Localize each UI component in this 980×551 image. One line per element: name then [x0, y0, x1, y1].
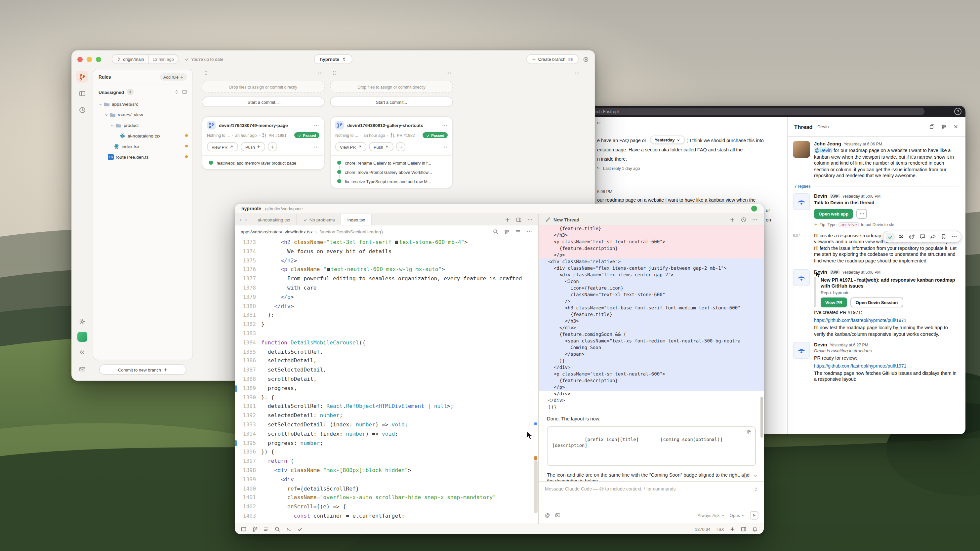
expand-composer-icon[interactable]: [753, 487, 759, 492]
lane-menu-icon[interactable]: [317, 70, 323, 76]
tree-file[interactable]: ai-notetaking.tsx: [93, 130, 192, 141]
commit-row[interactable]: feat(web): add memory layer product page: [202, 158, 324, 167]
view-pr-button[interactable]: View PR: [335, 142, 366, 151]
editor-menu-icon[interactable]: [527, 229, 532, 235]
search-icon[interactable]: [493, 229, 499, 235]
attach-image-icon[interactable]: [554, 512, 560, 518]
start-commit-button[interactable]: Start a commit...: [202, 97, 325, 107]
view-pr-button[interactable]: View PR: [821, 298, 847, 308]
date-divider-pill[interactable]: Yesterday: [650, 135, 685, 144]
new-thread-icon[interactable]: [729, 216, 735, 222]
branch-menu-icon[interactable]: [442, 122, 448, 128]
cursor-position[interactable]: 1370:34: [695, 527, 711, 532]
avatar[interactable]: [793, 342, 810, 359]
commit-to-new-branch-button[interactable]: Commit to new branch: [99, 364, 186, 375]
timestamp[interactable]: Yesterday at 6:27 PM: [830, 343, 868, 347]
reply-thread-button[interactable]: [918, 232, 926, 241]
slack-search[interactable]: [590, 108, 924, 115]
assistant-sparkle-icon[interactable]: [729, 526, 735, 532]
minimize-window-button[interactable]: [87, 57, 92, 62]
more-actions-button[interactable]: [950, 232, 958, 241]
add-rule-button[interactable]: Add rule: [160, 73, 187, 81]
feedback-mail-icon[interactable]: [76, 363, 88, 375]
share-button[interactable]: [928, 232, 937, 241]
layout-icon[interactable]: [182, 89, 187, 95]
tree-folder[interactable]: apps/web/src: [93, 98, 192, 109]
view-pr-button[interactable]: View PR: [207, 142, 238, 151]
card-menu-icon[interactable]: [442, 144, 448, 150]
terminal-panel-icon[interactable]: [286, 526, 292, 532]
lane-menu-icon[interactable]: [446, 70, 452, 76]
help-button[interactable]: ?: [954, 108, 961, 115]
popout-icon[interactable]: [929, 124, 935, 130]
mention-icon[interactable]: @: [545, 512, 550, 518]
avatar[interactable]: [793, 269, 810, 286]
commit-row[interactable]: chore: move Prompt Gallery above Workflo…: [331, 167, 452, 176]
tab-menu-icon[interactable]: [527, 216, 533, 222]
tab-diagnostics[interactable]: No problems: [296, 214, 342, 225]
timestamp[interactable]: Yesterday at 6:06 PM: [842, 194, 880, 198]
pr-number[interactable]: PR #1982: [397, 133, 415, 138]
mention[interactable]: @Devin: [814, 148, 832, 153]
branch-name[interactable]: devin/1764380749-memory-page: [219, 123, 310, 128]
retry-icon[interactable]: [742, 473, 748, 479]
outline-icon[interactable]: [515, 229, 521, 235]
history-icon[interactable]: [741, 216, 746, 222]
workspace-nav-icon[interactable]: [76, 71, 88, 83]
card-menu-icon[interactable]: [313, 144, 320, 150]
tree-folder[interactable]: routes/_view: [93, 109, 192, 120]
dropzone[interactable]: Drop files to assign or commit directly: [330, 81, 453, 92]
breadcrumb[interactable]: apps/web/src/routes/_view/index.tsx › fu…: [235, 225, 538, 238]
tab-ai-notetaking[interactable]: ai-notetaking.tsx: [251, 214, 297, 225]
start-commit-button[interactable]: Start a commit...: [330, 97, 453, 107]
project-panel-icon[interactable]: [241, 526, 247, 532]
commit-row[interactable]: fix: resolve TypeScript errors and add r…: [331, 176, 452, 186]
add-commit-button[interactable]: [268, 142, 277, 151]
new-tab-icon[interactable]: [504, 216, 511, 222]
add-commit-button[interactable]: [396, 142, 406, 151]
branch-name[interactable]: devin/1764380912-gallery-shortcuts: [347, 123, 438, 128]
project-avatar[interactable]: [77, 332, 87, 342]
avatar[interactable]: [793, 141, 810, 158]
eyes-reaction-button[interactable]: [897, 232, 905, 241]
target-icon[interactable]: [582, 56, 589, 62]
model-select[interactable]: Opus: [729, 513, 745, 518]
close-icon[interactable]: [953, 124, 959, 130]
permission-mode-select[interactable]: Always Ask: [698, 513, 725, 518]
author-name[interactable]: Devin: [814, 193, 827, 199]
unassigned-section[interactable]: Unassigned 3: [93, 85, 192, 98]
replies-divider[interactable]: 7 replies: [788, 181, 966, 190]
sort-icon[interactable]: [174, 89, 179, 95]
dropzone[interactable]: Drop files to assign or commit directly: [202, 81, 325, 92]
message-more-button[interactable]: [856, 208, 867, 219]
push-button[interactable]: Push: [369, 142, 394, 151]
drag-handle-icon[interactable]: [331, 70, 337, 76]
timestamp[interactable]: Yesterday at 6:06 PM: [844, 141, 882, 146]
history-nav-icon[interactable]: [76, 104, 88, 116]
avatar[interactable]: [793, 193, 810, 210]
open-devin-session-button[interactable]: Open Devin Session: [850, 298, 903, 308]
thread-replies-fragment[interactable]: s: [597, 165, 600, 170]
ci-status-badge[interactable]: Passed: [294, 132, 320, 138]
drag-handle-icon[interactable]: [203, 70, 209, 76]
send-button[interactable]: [750, 511, 759, 519]
bookmark-button[interactable]: [939, 232, 948, 241]
filter-icon[interactable]: [504, 229, 510, 235]
copy-icon[interactable]: [746, 430, 752, 435]
branches-nav-icon[interactable]: [76, 87, 88, 99]
tree-file[interactable]: index.tsx: [93, 141, 192, 151]
project-switcher[interactable]: hyprnote: [314, 54, 352, 64]
outline-panel-icon[interactable]: [263, 526, 269, 532]
timestamp[interactable]: Yesterday at 6:06 PM: [842, 269, 880, 274]
zoom-window-button[interactable]: [96, 57, 101, 62]
remote-status-chip[interactable]: origin/main 13 min ago: [112, 54, 178, 64]
close-window-button[interactable]: [77, 57, 83, 62]
author-name[interactable]: Devin: [814, 342, 827, 348]
search-panel-icon[interactable]: [274, 526, 280, 532]
language-mode[interactable]: TSX: [716, 527, 724, 532]
editor-titlebar[interactable]: hyprnote gitbutler/workspace: [235, 203, 764, 214]
pr-number[interactable]: PR #1981: [269, 133, 286, 138]
split-pane-icon[interactable]: [516, 216, 522, 222]
open-web-app-button[interactable]: Open web app: [814, 208, 853, 219]
diagnostics-check-icon[interactable]: [297, 526, 303, 532]
